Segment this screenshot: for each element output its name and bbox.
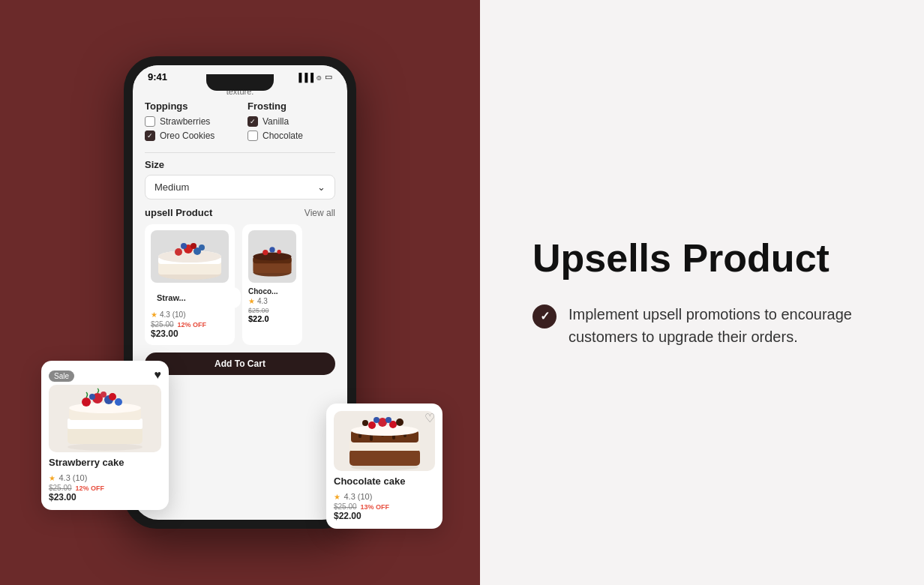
card2-sale: $22.0	[248, 314, 296, 323]
svg-point-45	[396, 418, 404, 426]
vanilla-label: Vanilla	[262, 116, 289, 127]
svg-rect-20	[68, 418, 142, 429]
oreo-checkbox[interactable]	[145, 130, 155, 141]
svg-point-8	[190, 243, 196, 249]
oreo-label: Oreo Cookies	[160, 130, 214, 141]
strawberry-rating-val: 4.3 (10)	[58, 473, 87, 482]
strawberry-price-row: $25.00 12% OFF	[49, 484, 161, 492]
strawberries-label: Strawberries	[160, 116, 210, 127]
star-icon2: ★	[248, 297, 255, 305]
sale-badge: Sale	[49, 370, 74, 382]
battery-icon: ▭	[325, 72, 332, 82]
chocolate-price-row: $25.00 13% OFF	[334, 502, 435, 511]
strawberry-card-name: Strawberry cake	[49, 457, 161, 468]
card2-rating-value: 4.3	[257, 297, 268, 305]
card1-rating-value: 4.3 (10)	[160, 310, 185, 319]
topping-strawberries[interactable]: Strawberries	[145, 116, 232, 127]
strawberry-cake-mini-svg	[152, 232, 227, 281]
card2-rating: ★ 4.3	[248, 297, 296, 305]
strawberries-checkbox[interactable]	[145, 116, 155, 127]
view-all-link[interactable]: View all	[304, 208, 335, 218]
phone-icons: ▐▐▐ ⌾ ▭	[296, 72, 332, 82]
options-row: Toppings Strawberries Oreo Cookies	[145, 100, 335, 145]
strawberry-cake-visual	[49, 385, 161, 452]
left-panel: 9:41 ▐▐▐ ⌾ ▭ texture. Toppings	[0, 0, 480, 585]
size-label: Size	[145, 159, 335, 170]
wifi-icon: ⌾	[316, 73, 322, 82]
svg-rect-31	[350, 449, 420, 466]
chocolate-card-name: Chocolate cake	[334, 476, 435, 487]
star-icon: ★	[151, 310, 158, 319]
chocolate-sale-price: $22.00	[334, 511, 435, 521]
svg-point-16	[269, 247, 274, 252]
toppings-label: Toppings	[145, 100, 232, 112]
card2-original: $25.00	[248, 307, 296, 314]
chocolate-label: Chocolate	[262, 130, 303, 141]
chocolate-discount: 13% OFF	[361, 503, 390, 511]
phone-content: Toppings Strawberries Oreo Cookies	[133, 100, 347, 375]
chocolate-star: ★	[334, 493, 340, 501]
card2-image	[248, 230, 296, 283]
card1-original-price: $25.00	[151, 320, 174, 328]
svg-point-14	[253, 252, 291, 260]
svg-point-17	[277, 249, 280, 253]
card1-image	[151, 230, 229, 283]
card1-sale-price: $23.00	[151, 328, 229, 339]
strawberry-discount: 12% OFF	[76, 484, 105, 492]
frosting-vanilla[interactable]: Vanilla	[248, 116, 335, 127]
topping-oreo[interactable]: Oreo Cookies	[145, 130, 232, 141]
svg-point-26	[115, 398, 122, 406]
upsell-card-2[interactable]: Choco... ★ 4.3 $25.00 $22.0	[242, 224, 302, 345]
chocolate-cake-visual	[334, 411, 435, 471]
svg-point-46	[362, 420, 368, 426]
signal-icon: ▐▐▐	[296, 73, 314, 82]
page-container: 9:41 ▐▐▐ ⌾ ▭ texture. Toppings	[0, 0, 924, 585]
right-panel: Upsells Product Implement upsell promoti…	[480, 0, 924, 585]
size-value: Medium	[154, 182, 189, 193]
upsell-card-1[interactable]: Straw... ★ 4.3 (10) $25.00 12% OFF $23.0…	[145, 224, 235, 345]
phone-notch	[206, 74, 274, 91]
choco-cake-mini-svg	[248, 232, 296, 281]
svg-point-39	[351, 425, 418, 436]
chocolate-rating: ★ 4.3 (10)	[334, 489, 435, 502]
feature-title: Upsells Product	[532, 237, 872, 280]
card1-name: Straw...	[151, 287, 241, 308]
card1-rating: ★ 4.3 (10)	[151, 310, 229, 319]
chocolate-orig-price: $25.00	[334, 502, 357, 511]
vanilla-checkbox[interactable]	[248, 116, 258, 127]
svg-point-9	[181, 243, 187, 249]
size-dropdown[interactable]: Medium ⌄	[145, 175, 335, 200]
svg-point-43	[374, 417, 380, 423]
svg-point-10	[199, 244, 205, 250]
strawberry-star: ★	[49, 474, 56, 482]
feature-description-text: Implement upsell promotions to encourage…	[568, 303, 872, 348]
divider	[145, 152, 335, 153]
chocolate-cake-svg	[344, 412, 426, 470]
svg-point-23	[82, 398, 91, 406]
svg-point-27	[89, 394, 95, 400]
chocolate-rating-val: 4.3 (10)	[344, 492, 372, 501]
svg-point-28	[109, 393, 116, 400]
chevron-down-icon: ⌄	[317, 182, 326, 193]
svg-point-18	[68, 443, 142, 451]
svg-point-22	[69, 403, 141, 413]
svg-point-15	[262, 249, 268, 254]
card2-name: Choco...	[248, 287, 296, 296]
heart-icon-outline[interactable]: ♡	[424, 411, 435, 425]
strawberry-rating: ★ 4.3 (10)	[49, 470, 161, 484]
add-to-cart-button[interactable]: Add To Cart	[145, 352, 335, 375]
heart-icon-filled[interactable]: ♥	[154, 368, 162, 382]
upsell-header: upsell Product View all	[145, 207, 335, 218]
phone-time: 9:41	[148, 71, 167, 82]
strawberry-orig-price: $25.00	[49, 484, 72, 492]
toppings-col: Toppings Strawberries Oreo Cookies	[145, 100, 232, 145]
svg-point-40	[368, 422, 376, 429]
chocolate-checkbox[interactable]	[248, 130, 258, 141]
check-circle-icon	[532, 304, 556, 328]
chocolate-floating-card: ♡	[326, 404, 442, 529]
card1-price-row: $25.00 12% OFF	[151, 320, 229, 328]
card1-discount: 12% OFF	[178, 321, 207, 328]
frosting-label: Frosting	[248, 100, 335, 112]
svg-point-29	[100, 392, 106, 398]
frosting-chocolate[interactable]: Chocolate	[248, 130, 335, 141]
